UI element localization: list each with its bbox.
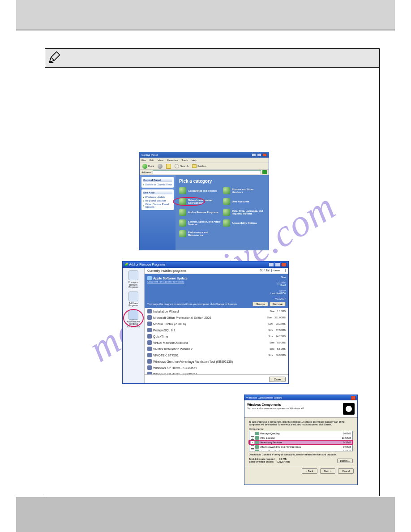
forward-button[interactable]: [158, 164, 163, 169]
seealso-item[interactable]: Help and Support: [143, 199, 172, 202]
back-button[interactable]: < Back: [302, 468, 317, 474]
category-appearance[interactable]: Appearance and Themes: [179, 187, 221, 194]
program-row[interactable]: Microsoft Office Professional Edition 20…: [145, 314, 288, 321]
program-list[interactable]: Apple Software Update Click here for sup…: [145, 274, 288, 374]
control-panel-window: Control Panel File Edit View Favorites T…: [139, 152, 269, 250]
program-row[interactable]: PostgreSQL 8.2Size57.50MB: [145, 327, 288, 333]
component-icon: [255, 445, 259, 449]
program-row[interactable]: Virtual Machine AdditionsSize0.90MB: [145, 339, 288, 346]
wizard-instructions: To add or remove a component, click the …: [249, 420, 353, 426]
size-label: Size: [270, 310, 274, 313]
arp-titlebar: 🧩 Add or Remove Programs: [123, 262, 288, 268]
description-text: Contains a variety of specialized, netwo…: [262, 453, 337, 456]
cancel-button[interactable]: Cancel: [338, 468, 354, 474]
cp-titlebar: Control Panel: [140, 152, 269, 158]
category-sounds[interactable]: Sounds, Speech, and Audio Devices: [179, 219, 221, 227]
close-button[interactable]: [351, 396, 355, 400]
program-row[interactable]: Windows Genuine Advantage Validation Too…: [145, 358, 288, 365]
sidebar-panel-seealso: See Also Windows Update Help and Support…: [141, 189, 174, 210]
program-row[interactable]: Installation WizardSize1.15MB: [145, 308, 288, 314]
support-link[interactable]: Click here for support information.: [147, 280, 188, 283]
switch-classic-link[interactable]: Switch to Classic View: [143, 183, 172, 186]
program-icon: [147, 328, 152, 332]
appearance-icon: [179, 187, 186, 194]
wizard-logo-icon: [343, 403, 355, 415]
component-icon: [255, 450, 259, 451]
component-row[interactable]: ✓Update Root Certificates0.0 MB: [249, 449, 352, 451]
program-row[interactable]: Windows XP Hotfix - KB823559: [145, 365, 288, 371]
change-button[interactable]: Change: [253, 302, 268, 306]
close-button[interactable]: [262, 153, 267, 157]
program-icon: [147, 315, 152, 320]
category-datetime[interactable]: Date, Time, Language, and Regional Optio…: [223, 209, 265, 216]
component-row[interactable]: Message Queuing0.0 MB: [249, 431, 352, 436]
performance-icon: [179, 230, 186, 237]
checkbox[interactable]: [251, 445, 254, 449]
maximize-button[interactable]: [275, 262, 280, 267]
category-printers[interactable]: Printers and Other Hardware: [223, 187, 265, 194]
size-label: Size: [267, 316, 272, 319]
seealso-item[interactable]: Windows Update: [143, 195, 172, 199]
menu-tools[interactable]: Tools: [182, 159, 188, 162]
category-performance[interactable]: Performance and Maintenance: [179, 230, 221, 237]
size-label: Size: [268, 329, 273, 331]
wcw-titlebar: Windows Components Wizard: [244, 395, 357, 400]
remove-button[interactable]: Remove: [270, 302, 286, 306]
minimize-button[interactable]: [252, 153, 256, 157]
search-button[interactable]: Search: [175, 164, 188, 168]
seealso-item[interactable]: Other Control Panel Options: [143, 202, 172, 209]
program-row[interactable]: Vivotek Installation Wizard 2Size5.50MB: [145, 346, 288, 352]
window-title: Control Panel: [141, 154, 158, 156]
program-row[interactable]: Mozilla Firefox (2.0.0.6)Size20.34MB: [145, 321, 288, 327]
size-label: Size: [268, 354, 273, 356]
program-row-selected[interactable]: Apple Software Update Click here for sup…: [145, 274, 288, 308]
next-button[interactable]: Next >: [320, 468, 335, 474]
component-row[interactable]: Other Network File and Print Services0.0…: [249, 445, 352, 449]
menu-file[interactable]: File: [141, 159, 146, 162]
category-accessibility[interactable]: Accessibility Options: [223, 219, 265, 227]
program-row[interactable]: VIVOTEK ST7501Size66.96MB: [145, 352, 288, 358]
menu-view[interactable]: View: [158, 159, 163, 162]
category-add-remove[interactable]: Add or Remove Programs: [179, 209, 221, 216]
highlight-circle: [123, 309, 144, 327]
back-button[interactable]: Back: [142, 164, 154, 169]
program-icon: [147, 309, 152, 313]
folders-button[interactable]: Folders: [192, 164, 206, 168]
wizard-subtitle: You can add or remove components of Wind…: [247, 407, 343, 410]
windows-components-wizard: Windows Components Wizard Windows Compon…: [244, 395, 358, 485]
close-button-footer[interactable]: Close: [269, 377, 286, 382]
size-label: Size: [270, 348, 274, 350]
menu-help[interactable]: Help: [192, 159, 197, 162]
note-header: [45, 49, 379, 68]
menu-favorites[interactable]: Favorites: [167, 159, 178, 162]
change-remove-button[interactable]: Change or Remove Programs: [124, 270, 142, 289]
component-name: Message Queuing: [260, 432, 280, 435]
address-label: Address: [141, 171, 151, 174]
details-button[interactable]: Details...: [337, 459, 353, 463]
change-remove-instr: To change this program or remove it from…: [147, 303, 237, 305]
menu-edit[interactable]: Edit: [150, 159, 154, 162]
change-remove-icon: [128, 270, 138, 280]
sort-dropdown[interactable]: Name: [271, 269, 286, 272]
address-bar: Address: [140, 170, 269, 175]
category-users[interactable]: User Accounts: [223, 198, 265, 205]
program-icon: [147, 347, 152, 351]
go-button[interactable]: [262, 170, 267, 174]
checkbox[interactable]: ✓: [251, 450, 254, 451]
close-button[interactable]: [281, 262, 287, 267]
program-name: Windows XP Hotfix - KB823559: [153, 366, 197, 369]
add-new-button[interactable]: Add New Programs: [124, 292, 142, 307]
maximize-button[interactable]: [257, 153, 261, 157]
program-row[interactable]: Windows XP Hotfix - KB828741: [145, 371, 288, 374]
program-name: Virtual Machine Additions: [153, 341, 188, 344]
category-area: Pick a category Appearance and Themes Pr…: [176, 175, 269, 250]
program-row[interactable]: QuickTimeSize74.28MB: [145, 333, 288, 339]
sounds-icon: [179, 219, 186, 227]
program-name: Mozilla Firefox (2.0.0.6): [153, 322, 186, 326]
note-frame: manualshive.com Control Panel File Edit …: [45, 48, 380, 496]
address-input[interactable]: [153, 170, 261, 174]
minimize-button[interactable]: [269, 262, 274, 267]
up-icon[interactable]: [166, 164, 171, 169]
program-icon: [147, 322, 152, 326]
checkbox[interactable]: [251, 432, 254, 435]
